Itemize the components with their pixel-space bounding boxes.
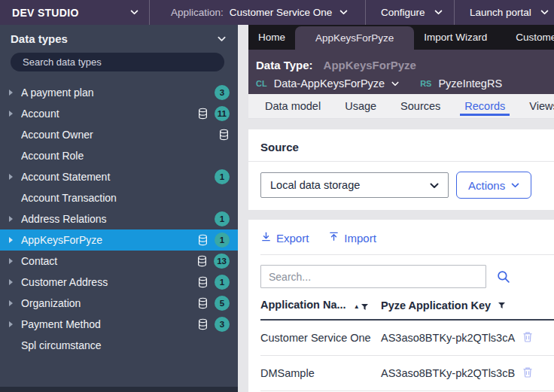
launch-portal-menu[interactable]: Launch portal [454,0,554,25]
filter-icon [361,301,368,313]
sidebar-item-account-transaction[interactable]: Account Transaction [0,187,238,208]
delete-record-button[interactable] [522,366,534,381]
caret-right-icon[interactable] [9,237,15,243]
records-search-input[interactable] [260,265,486,288]
database-icon [197,297,209,309]
sidebar-item-label: Account Role [21,150,230,162]
data-type-subtabs: Data modelUsageSourcesRecordsViewsT [248,94,554,119]
sidebar-item-customer-address[interactable]: Customer Address1 [0,272,238,293]
sidebar-item-label: Address Relations [21,213,209,225]
count-badge: 5 [215,296,230,311]
database-icon [197,276,209,288]
sidebar-item-label: Organization [21,297,191,309]
sidebar-item-label: Customer Address [21,276,191,288]
column-header-pyze-application-key[interactable]: Pyze Application Key [381,299,554,320]
delete-record-button[interactable] [522,330,534,345]
class-name: Data-AppKeysForPyze [274,77,385,90]
table-row: Customer Service OneAS3aso8BTKy-pk2QTls3… [260,320,554,356]
subtab-usage[interactable]: Usage [343,94,378,118]
column-header-application-name[interactable]: Application Na... ▲ [260,299,381,320]
application-switcher[interactable]: Application: Customer Service One [149,0,365,25]
sidebar-item-label: A payment plan [21,87,209,99]
export-link[interactable]: Export [260,231,309,245]
pyze-application-key-cell: AS3aso8BTKy-pk2QTls3cA [381,332,515,344]
configure-menu[interactable]: Configure [365,0,454,25]
actions-button[interactable]: Actions [456,172,531,199]
sidebar-item-address-relations[interactable]: Address Relations1 [0,208,238,229]
ruleset-keyword: RS [420,79,431,88]
database-icon [197,234,209,246]
application-label: Application: [171,7,224,18]
caret-right-icon[interactable] [9,258,15,264]
data-type-label: Data Type: [256,59,313,71]
tab-appkeysforpyze[interactable]: AppKeysForPyze [295,26,414,50]
import-link[interactable]: Import [328,231,376,245]
database-icon [218,129,230,141]
chevron-down-icon[interactable] [391,81,399,87]
pyze-application-key-cell: AS3aso8BTKy-pk2QTls3cB [381,367,515,379]
chevron-down-icon [339,10,348,15]
caret-right-icon[interactable] [9,279,15,285]
sidebar-item-label: Payment Method [21,318,191,330]
caret-right-icon[interactable] [9,111,15,117]
sidebar-item-spl-circumstance[interactable]: Spl circumstance [0,335,238,356]
download-icon [260,231,272,245]
upload-icon [328,231,339,245]
sidebar-item-payment-method[interactable]: Payment Method3 [0,314,238,335]
records-card: Export Import [248,220,554,392]
data-type-header: Data Type: AppKeysForPyze CL Data-AppKey… [248,50,554,94]
brand-menu[interactable]: DEV STUDIO [0,0,149,25]
filter-icon [498,299,505,311]
sort-ascending-icon: ▲ [354,303,360,310]
sidebar-item-label: Account Statement [21,171,209,183]
subtab-records[interactable]: Records [463,94,507,118]
tab-customer-01[interactable]: Customer 01 [506,25,554,50]
table-row: DMSampleAS3aso8BTKy-pk2QTls3cB [260,355,554,390]
caret-right-icon[interactable] [9,174,15,180]
source-title: Source [248,129,554,161]
caret-right-icon[interactable] [9,216,15,222]
chevron-down-icon [511,183,519,188]
search-icon[interactable] [497,270,510,284]
sidebar-item-account-statement[interactable]: Account Statement1 [0,166,238,187]
sidebar-item-a-payment-plan[interactable]: A payment plan3 [0,82,238,103]
sidebar-item-label: Account Transaction [21,192,230,204]
data-types-sidebar: Data types A payment plan3Account11Accou… [0,25,238,392]
caret-right-icon[interactable] [9,300,15,306]
trash-icon [522,366,534,381]
sidebar-item-account-owner[interactable]: Account Owner [0,124,238,145]
chevron-down-icon [130,10,138,15]
sidebar-item-account[interactable]: Account11 [0,103,238,124]
records-panel: Source Local data storage Actions [248,119,554,392]
divider [260,254,554,255]
tab-home[interactable]: Home [248,25,295,50]
count-badge: 3 [215,317,230,332]
count-badge: 3 [215,85,230,100]
ruleset-name: PyzeIntegRS [438,77,502,90]
application-name-cell: Customer Service One [260,320,381,356]
caret-right-icon[interactable] [9,321,15,327]
subtab-data-model[interactable]: Data model [263,94,322,118]
chevron-down-icon [540,10,549,15]
launch-portal-label: Launch portal [470,7,531,18]
count-badge: 13 [214,254,230,269]
search-data-types-input[interactable] [11,53,224,71]
content-gutter [238,25,248,392]
sidebar-item-account-role[interactable]: Account Role [0,145,238,166]
database-icon [196,255,208,267]
subtab-sources[interactable]: Sources [399,94,442,118]
sidebar-item-organization[interactable]: Organization5 [0,293,238,314]
sidebar-item-contact[interactable]: Contact13 [0,251,238,272]
tab-import-wizard[interactable]: Import Wizard [414,25,497,50]
application-value: Customer Service One [230,7,333,18]
sidebar-title: Data types [11,32,68,45]
data-types-list: A payment plan3Account11Account OwnerAcc… [0,82,238,356]
chevron-down-icon[interactable] [218,36,226,41]
sidebar-item-appkeysforpyze[interactable]: AppKeysForPyze1 [0,229,238,251]
subtab-views[interactable]: Views [528,94,554,118]
caret-right-icon[interactable] [9,90,15,96]
export-label: Export [276,232,309,245]
sidebar-search-wrap [0,51,238,77]
count-badge: 1 [215,169,230,184]
storage-source-select[interactable]: Local data storage [260,172,449,198]
